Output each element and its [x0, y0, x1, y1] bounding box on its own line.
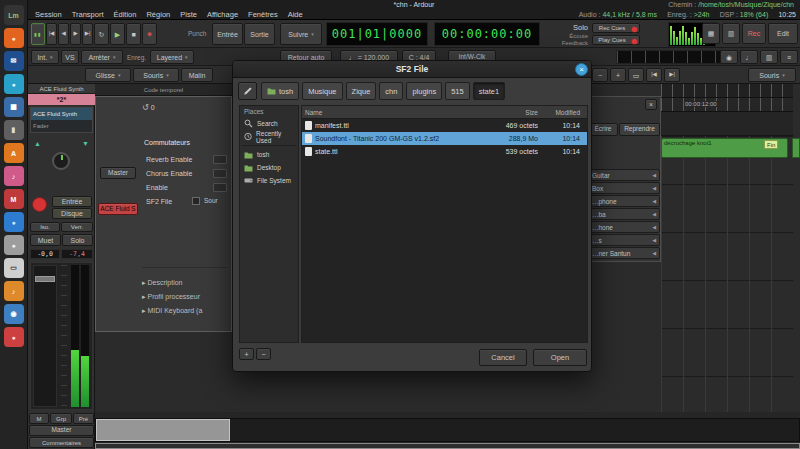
audio-editor-icon[interactable]: A — [4, 143, 24, 163]
monitor-disk-button[interactable]: Disque — [52, 208, 92, 219]
place-desktop[interactable]: Desktop — [240, 161, 298, 174]
mixer-view-icon[interactable]: ▦ — [702, 23, 720, 44]
menu-transport[interactable]: Transport — [67, 9, 109, 20]
breadcrumb[interactable]: plugins — [406, 82, 442, 100]
place-recently-used[interactable]: Recently Used — [240, 130, 298, 143]
mute-button[interactable]: Muet — [30, 234, 61, 246]
automation-resume-button[interactable]: Reprendre — [619, 123, 660, 136]
menu-icon[interactable]: ≡ — [780, 50, 798, 64]
breadcrumb[interactable]: chn — [379, 82, 403, 100]
solo-lock-button[interactable]: Verr. — [61, 222, 93, 232]
file-row-selected[interactable]: Soundfont - Titanic 200 GM-GS v1.2.sf2 2… — [302, 132, 587, 145]
dialog-titlebar[interactable]: SF2 File — [233, 61, 591, 78]
output-button[interactable]: Master — [29, 425, 94, 436]
menu-fenetres[interactable]: Fenêtres — [243, 9, 283, 20]
plugin-name-button[interactable]: ACE Fluid S — [98, 203, 138, 215]
layout-icon[interactable]: ▥ — [760, 50, 778, 64]
place-file-system[interactable]: File System — [240, 174, 298, 187]
edit-page-button[interactable]: Edit — [768, 23, 798, 44]
instrument-slot[interactable]: …ner Santun◀ — [588, 247, 660, 259]
plugin-track-button[interactable]: Master — [100, 167, 136, 179]
loop-icon[interactable]: ↻ — [94, 23, 109, 45]
rec-mode-dropdown[interactable]: Layered — [150, 50, 194, 64]
record-icon[interactable]: ● — [142, 23, 157, 45]
processor-fader[interactable]: Fader — [31, 120, 92, 132]
browser-icon[interactable]: ● — [4, 28, 24, 48]
media-icon[interactable]: ♪ — [4, 166, 24, 186]
stop-icon[interactable]: ■ — [126, 23, 141, 45]
file-row[interactable]: manifest.ttl 469 octets 10:14 — [302, 119, 587, 132]
menu-region[interactable]: Région — [141, 9, 175, 20]
settings-icon[interactable]: ◉ — [4, 304, 24, 324]
zoom-fit-icon[interactable]: ▭ — [628, 68, 644, 82]
mini-timeline[interactable] — [616, 50, 728, 64]
column-modified[interactable]: Modified — [538, 109, 584, 116]
menu-affichage[interactable]: Affichage — [202, 9, 243, 20]
monitor-int-dropdown[interactable]: Int. — [31, 50, 59, 64]
punch-in-button[interactable]: Entrée — [212, 23, 243, 45]
breadcrumb[interactable]: 515 — [445, 82, 470, 100]
rewind-icon[interactable]: ◀ — [58, 23, 69, 45]
mint-menu-icon[interactable]: Lm — [4, 5, 24, 25]
breadcrumb[interactable]: Musique — [302, 82, 342, 100]
instrument-slot[interactable]: …hone◀ — [588, 221, 660, 233]
cancel-button[interactable]: Cancel — [479, 349, 527, 366]
zoom-out-icon[interactable]: − — [592, 68, 608, 82]
breadcrumb-current[interactable]: state1 — [473, 82, 505, 100]
solo-button[interactable]: Solo — [62, 234, 93, 246]
punch-out-button[interactable]: Sortie — [244, 23, 275, 45]
chat-icon[interactable]: ● — [4, 74, 24, 94]
monitor-icon[interactable]: ◉ — [720, 50, 738, 64]
instrument-slot[interactable]: …ba◀ — [588, 208, 660, 220]
primary-clock[interactable]: 001|01|0000 — [326, 22, 428, 46]
recorder-view-icon[interactable]: ▥ — [722, 23, 740, 44]
processor-plugin[interactable]: ACE Fluid Synth — [31, 108, 92, 120]
instrument-slot[interactable]: …s◀ — [588, 234, 660, 246]
meter-point-button[interactable]: M — [29, 413, 49, 424]
instrument-slot[interactable]: Box◀ — [588, 182, 660, 194]
shield-blue-icon[interactable]: ● — [4, 212, 24, 232]
solo-indicator[interactable]: Solo — [573, 23, 588, 32]
breadcrumb[interactable]: Zique — [346, 82, 377, 100]
listen-indicator[interactable]: Écoute — [569, 33, 588, 39]
section-description[interactable]: ▸ Description — [142, 277, 182, 289]
menu-session[interactable]: Session — [30, 9, 67, 20]
go-start-icon[interactable]: |◀ — [46, 23, 57, 45]
place-search[interactable]: Search — [240, 117, 298, 130]
zoom-in-icon[interactable]: + — [610, 68, 626, 82]
sf2-file-checkbox[interactable] — [192, 197, 200, 205]
trim-down-icon[interactable]: ▼ — [82, 140, 89, 147]
timeline-ruler-bars[interactable] — [661, 84, 793, 98]
play-cues-button[interactable]: Play Cues — [592, 35, 640, 45]
audio-region-edge[interactable] — [792, 138, 800, 158]
files-icon[interactable]: ▦ — [4, 97, 24, 117]
gain-fader[interactable] — [33, 265, 57, 407]
printer-icon[interactable]: ▭ — [4, 258, 24, 278]
trim-knob[interactable] — [52, 152, 70, 170]
summary-scrollbar[interactable] — [95, 443, 800, 449]
param-toggle[interactable] — [213, 155, 227, 164]
column-size[interactable]: Size — [472, 109, 538, 116]
nav-next-icon[interactable]: ▶| — [664, 68, 680, 82]
dialog-close-icon[interactable]: × — [575, 63, 588, 76]
track-name-button[interactable]: *2* — [28, 94, 95, 105]
follow-dropdown[interactable]: Suivre — [280, 23, 322, 45]
processor-box[interactable]: ACE Fluid Synth Fader — [30, 107, 93, 133]
rec-page-button[interactable]: Rec — [742, 23, 766, 44]
secondary-clock[interactable]: 00:00:00:00 — [434, 22, 540, 46]
location-edit-icon[interactable] — [238, 82, 257, 100]
file-list-header[interactable]: Name Size Modified — [302, 106, 587, 119]
fast-forward-icon[interactable]: ▶ — [70, 23, 81, 45]
automation-write-button[interactable]: Écrire — [588, 123, 618, 136]
trim-up-icon[interactable]: ▲ — [34, 140, 41, 147]
pin-icon[interactable]: ● — [4, 327, 24, 347]
volume-icon[interactable]: ♪ — [4, 281, 24, 301]
solo-iso-button[interactable]: Iso. — [30, 222, 60, 232]
metronome-icon[interactable]: ♩ — [740, 50, 758, 64]
monitor-vs-button[interactable]: VS — [61, 50, 79, 64]
place-home[interactable]: tosh — [240, 148, 298, 161]
music-icon[interactable]: M — [4, 189, 24, 209]
rec-cues-button[interactable]: Rec Cues — [592, 23, 640, 33]
remove-place-button[interactable]: − — [256, 348, 271, 360]
record-arm-button[interactable] — [32, 197, 47, 212]
